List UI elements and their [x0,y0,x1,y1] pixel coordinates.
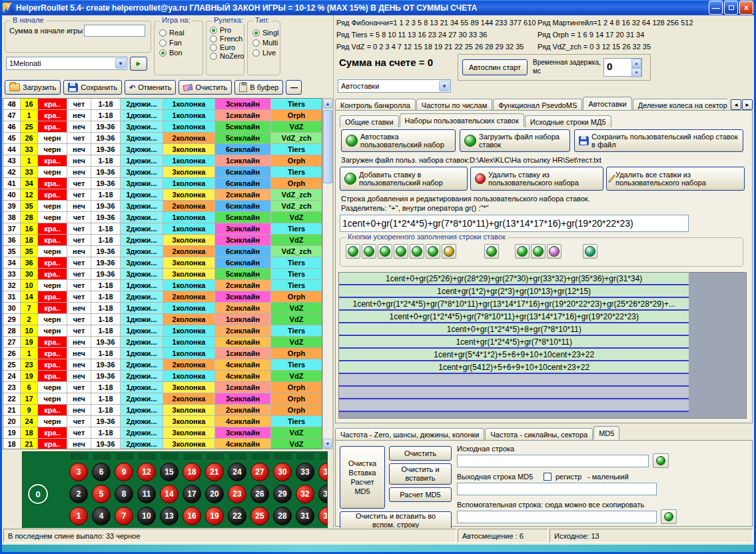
board-number-27[interactable]: 27 [250,463,269,481]
quick-fill-button-12[interactable] [583,244,597,259]
delay-spinner[interactable]: 0 ▲ ▼ [603,58,642,77]
board-number-21[interactable]: 21 [205,463,224,481]
radio-option-french[interactable]: French [210,35,244,43]
history-row[interactable]: 4012кра..чет1-181дюжи...3колонка2сиклайн… [3,189,322,201]
history-row[interactable]: 2024чернчет19-362дюжи...3колонка4сиклайн… [3,416,322,427]
preset-combobox[interactable]: 1Melonati ▼ [6,57,127,70]
autobets-combobox[interactable]: Автоставки ▼ [338,79,451,93]
board-number-14[interactable]: 14 [160,485,179,503]
board-number-3[interactable]: 3 [69,463,88,481]
load-button[interactable]: Загрузить [5,80,61,95]
history-row[interactable]: 4233черннеч19-363дюжи...3колонка6сиклайн… [3,167,322,178]
history-row[interactable]: 261кра..неч1-181дюжи...1колонка1сиклайнO… [3,348,322,359]
radio-option-singl[interactable]: Singl [252,29,280,37]
copy-to-buffer-button[interactable]: В буфер [234,80,283,95]
md5-big-button[interactable]: Очистка Вставка Расчет MD5 [340,446,385,509]
history-scrollbar[interactable]: ▲ ▼ [322,98,333,449]
quick-fill-button-11[interactable] [547,244,562,259]
collapse-button[interactable]: — [286,80,302,95]
history-row[interactable]: 236чернчет1-181дюжи...3колонка1сиклайнOr… [3,382,322,393]
radio-option-pro[interactable]: Pro [210,26,244,34]
board-number-5[interactable]: 5 [92,485,111,503]
board-number-22[interactable]: 22 [228,507,246,525]
history-row[interactable]: 292чернчет1-181дюжи...2колонка1сиклайнVd… [3,314,322,325]
quick-fill-button-8[interactable] [484,244,499,259]
board-number-8[interactable]: 8 [115,485,133,503]
md5-aux-input[interactable] [457,511,657,523]
radio-option-real[interactable]: Real [159,29,202,37]
board-number-4[interactable]: 4 [92,507,111,525]
board-number-9[interactable]: 9 [115,463,133,481]
md5-output-input[interactable] [457,483,657,495]
tab-2[interactable]: Частота - сиклайны, сектора [485,428,593,440]
tab-3[interactable]: Функционал PsevdoMS [493,99,582,111]
minimize-button[interactable]: — [709,1,723,15]
chevron-down-icon[interactable]: ▼ [115,58,126,69]
board-number-24[interactable]: 24 [228,463,246,481]
board-number-35[interactable]: 35 [318,485,328,503]
remove-all-bets-button[interactable]: Удалить все ставки из пользовательского … [606,167,745,191]
bet-list-item[interactable]: 1cent+gr(1*2)+gr(2*3)+gr(10*13)+gr(12*15… [339,285,689,298]
history-row[interactable]: 4625кра..неч19-363дюжи...1колонка5сиклай… [3,121,322,133]
bet-list-item[interactable]: 1cent+0+gr(1*2*4*5)+gr(7*8*10*11)+gr(13*… [339,298,689,311]
radio-option-multi[interactable]: Multi [252,39,280,47]
board-number-15[interactable]: 15 [160,463,179,481]
history-row[interactable]: 4816кра..чет1-182дюжи...1колонка3сиклайн… [3,99,322,110]
history-row[interactable]: 3330кра..чет19-363дюжи...3колонка5сиклай… [3,269,322,280]
remove-bet-button[interactable]: Удалить ставку из пользовательского набо… [470,167,603,191]
bet-list-item[interactable]: 1cent+gr(5412)+5+6+9+10+10cent+23+22 [339,361,689,374]
board-number-29[interactable]: 29 [273,485,292,503]
history-row[interactable]: 2810чернчет1-181дюжи...1колонка2сиклайнT… [3,325,322,337]
board-number-34[interactable]: 34 [318,507,328,525]
history-row[interactable]: 307кра..неч1-181дюжи...1колонка2сиклайнV… [3,303,322,314]
radio-option-bon[interactable]: Bon [159,49,202,57]
bet-list-item[interactable]: 1cent+0+gr(25*26)+gr(28*29)+gr(27*30)+gr… [339,273,689,285]
tab-scroll-left-icon[interactable]: ◄ [731,99,741,110]
md5-source-chip-button[interactable] [653,453,669,468]
board-number-32[interactable]: 32 [296,485,314,503]
board-number-17[interactable]: 17 [183,485,201,503]
quick-fill-button-7[interactable] [442,244,456,259]
quick-fill-button-6[interactable] [426,244,440,259]
board-number-1[interactable]: 1 [69,507,88,525]
board-number-36[interactable]: 36 [318,463,328,481]
maximize-button[interactable] [724,1,738,15]
quick-fill-button-1[interactable] [346,244,360,259]
tab-3[interactable]: MD5 [593,426,619,440]
history-row[interactable]: 3210чернчет1-181дюжи...1колонка2сиклайнT… [3,280,322,291]
tab-3[interactable]: Исходные строки МД5 [525,115,611,127]
board-number-20[interactable]: 20 [205,485,224,503]
history-row[interactable]: 2719кра..неч19-362дюжи...1колонка4сиклай… [3,337,322,348]
history-row[interactable]: 2217черннеч1-182дюжи...2колонка3сиклайнO… [3,393,322,405]
radio-option-nozero[interactable]: NoZero [210,52,244,60]
history-row[interactable]: 3436кра..чет19-363дюжи...3колонка6сиклай… [3,257,322,269]
add-bet-button[interactable]: Добавить ставку в пользовательский набор [340,167,468,191]
md5-clear-paste-button[interactable]: Очистить и вставить [389,463,452,485]
history-row[interactable]: 4134кра..чет19-363дюжи...1колонка6сиклай… [3,178,322,189]
tab-2[interactable]: Наборы пользовательских ставок [400,113,524,127]
board-number-26[interactable]: 26 [250,485,269,503]
tab-1[interactable]: Общие ставки [340,115,399,127]
history-row[interactable]: 3535черннеч19-363дюжи...2колонка6сиклайн… [3,246,322,257]
board-number-10[interactable]: 10 [137,507,156,525]
close-button[interactable]: × [739,1,753,15]
quick-fill-button-2[interactable] [362,244,376,259]
radio-option-euro[interactable]: Euro [210,43,244,51]
history-row[interactable]: 3935черннеч19-363дюжи...2колонка6сиклайн… [3,201,322,212]
autobet-user-set-button[interactable]: Автоставка пользовательский набор [341,129,456,152]
md5-aux-chip-button[interactable] [661,509,677,524]
history-row[interactable]: 3716кра..чет1-182дюжи...1колонка3сиклайн… [3,223,322,235]
load-bet-file-button[interactable]: Загрузить файл набора ставок [460,129,570,152]
history-row[interactable]: 4526чернчет19-363дюжи...2колонка5сиклайн… [3,133,322,144]
quick-fill-button-4[interactable] [394,244,408,259]
board-number-18[interactable]: 18 [183,463,201,481]
autospin-start-button[interactable]: Автоспин старт [462,59,528,75]
bet-list-item[interactable]: 1cent+0+gr(1*2*4*5)+gr(7*8*10*11)+gr(13*… [339,311,689,323]
chevron-down-icon[interactable]: ▼ [439,81,450,91]
history-row[interactable]: 3114кра..чет1-182дюжи...2колонка3сиклайн… [3,291,322,303]
bet-string-input[interactable] [340,215,689,232]
board-number-33[interactable]: 33 [296,463,314,481]
quick-fill-button-3[interactable] [378,244,392,259]
board-number-12[interactable]: 12 [137,463,156,481]
tab-2[interactable]: Частоты по числам [416,99,492,111]
